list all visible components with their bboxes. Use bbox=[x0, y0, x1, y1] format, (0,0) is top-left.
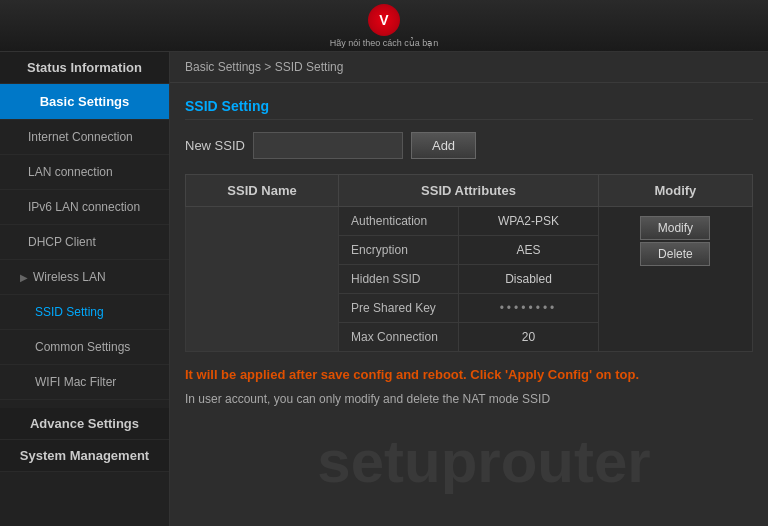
attr-auth-value: WPA2-PSK bbox=[459, 207, 599, 236]
sidebar-item-advance-settings[interactable]: Advance Settings bbox=[0, 408, 169, 440]
sidebar-item-internet-connection[interactable]: Internet Connection bbox=[0, 120, 169, 155]
modify-button[interactable]: Modify bbox=[640, 216, 710, 240]
ssid-name-cell bbox=[186, 207, 339, 352]
new-ssid-row: New SSID Add bbox=[185, 132, 753, 159]
modify-delete-cell: Modify Delete bbox=[598, 207, 752, 352]
add-button[interactable]: Add bbox=[411, 132, 476, 159]
col-ssid-name: SSID Name bbox=[186, 175, 339, 207]
sidebar-item-lan-connection[interactable]: LAN connection bbox=[0, 155, 169, 190]
col-ssid-attributes: SSID Attributes bbox=[339, 175, 599, 207]
attr-auth-label: Authentication bbox=[339, 207, 459, 236]
new-ssid-input[interactable] bbox=[253, 132, 403, 159]
sidebar-item-system-management[interactable]: System Management bbox=[0, 440, 169, 472]
attr-enc-label: Encryption bbox=[339, 236, 459, 265]
sidebar: Status Information Basic Settings Intern… bbox=[0, 52, 170, 526]
breadcrumb: Basic Settings > SSID Setting bbox=[170, 52, 768, 83]
logo-letter: V bbox=[379, 12, 388, 28]
attr-hidden-value: Disabled bbox=[459, 265, 599, 294]
main-content: Basic Settings > SSID Setting SSID Setti… bbox=[170, 52, 768, 526]
attr-psk-label: Pre Shared Key bbox=[339, 294, 459, 323]
header: V Hãy nói theo cách của bạn bbox=[0, 0, 768, 52]
main-layout: Status Information Basic Settings Intern… bbox=[0, 52, 768, 526]
warning-text: It will be applied after save config and… bbox=[185, 367, 753, 382]
sidebar-item-common-settings[interactable]: Common Settings bbox=[0, 330, 169, 365]
attr-maxconn-value: 20 bbox=[459, 323, 599, 352]
sidebar-item-ipv6-lan-connection[interactable]: IPv6 LAN connection bbox=[0, 190, 169, 225]
wireless-lan-icon: ▶ bbox=[20, 272, 28, 283]
sidebar-item-dhcp-client[interactable]: DHCP Client bbox=[0, 225, 169, 260]
attr-psk-value: •••••••• bbox=[459, 294, 599, 323]
attr-enc-value: AES bbox=[459, 236, 599, 265]
logo-tagline: Hãy nói theo cách của bạn bbox=[330, 38, 439, 48]
sidebar-item-wifi-mac-filter[interactable]: WIFI Mac Filter bbox=[0, 365, 169, 400]
masked-password: •••••••• bbox=[500, 301, 558, 315]
sidebar-item-wireless-lan[interactable]: ▶ Wireless LAN bbox=[0, 260, 169, 295]
section-title: SSID Setting bbox=[185, 98, 753, 120]
viettel-logo: V bbox=[368, 4, 400, 36]
content-area: SSID Setting New SSID Add SSID Name SSID… bbox=[170, 83, 768, 526]
sidebar-item-status-information[interactable]: Status Information bbox=[0, 52, 169, 84]
attr-hidden-label: Hidden SSID bbox=[339, 265, 459, 294]
sidebar-item-basic-settings[interactable]: Basic Settings bbox=[0, 84, 169, 120]
logo-area: V Hãy nói theo cách của bạn bbox=[330, 4, 439, 48]
sidebar-item-ssid-setting[interactable]: SSID Setting bbox=[0, 295, 169, 330]
table-row: Authentication WPA2-PSK Modify Delete bbox=[186, 207, 753, 236]
ssid-table: SSID Name SSID Attributes Modify Authent… bbox=[185, 174, 753, 352]
col-modify: Modify bbox=[598, 175, 752, 207]
new-ssid-label: New SSID bbox=[185, 138, 245, 153]
attr-maxconn-label: Max Connection bbox=[339, 323, 459, 352]
info-text: In user account, you can only modify and… bbox=[185, 392, 753, 406]
delete-button[interactable]: Delete bbox=[640, 242, 710, 266]
